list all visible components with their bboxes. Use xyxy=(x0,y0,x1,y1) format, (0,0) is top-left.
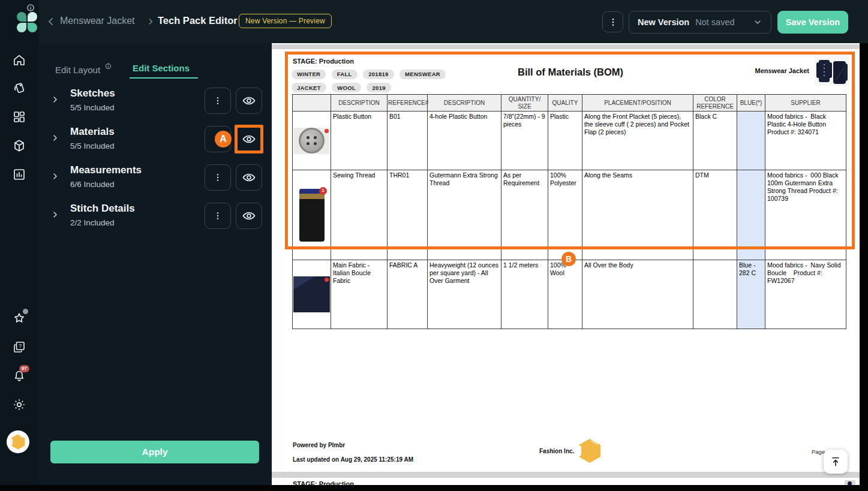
cell-color-reference: DTM xyxy=(693,170,737,260)
cell-quantity: As per Requirement xyxy=(501,170,548,260)
app-window: STAGE: Production WINTER FALL 201819 MEN… xyxy=(0,0,868,491)
breadcrumb-parent[interactable]: Menswear Jacket xyxy=(60,16,135,26)
preview-badge: New Version — Preview xyxy=(239,14,332,28)
section-title[interactable]: Stitch Details xyxy=(70,203,135,215)
expand-chevron-icon[interactable] xyxy=(50,210,60,219)
col-header-description: DESCRIPTION xyxy=(331,95,388,112)
tab-edit-sections[interactable]: Edit Sections xyxy=(133,63,190,73)
section-visibility-button[interactable] xyxy=(236,126,262,152)
tag: JACKET xyxy=(292,83,326,92)
favorites-dot-badge xyxy=(23,309,28,314)
tag: WINTER xyxy=(292,70,326,79)
col-header-photo xyxy=(293,95,331,112)
cell-reference: B01 xyxy=(388,112,428,170)
notification-count-badge: 87 xyxy=(19,365,29,372)
section-visibility-button[interactable] xyxy=(236,88,262,114)
col-header-blue: BLUE(*) xyxy=(737,95,765,112)
section-visibility-button[interactable] xyxy=(236,203,262,229)
cell-supplier: Mood fabrics - Black Plastic 4-Hole Butt… xyxy=(765,112,846,170)
cell-color-reference xyxy=(693,260,737,329)
eye-icon xyxy=(242,132,256,146)
bom-header-row: DESCRIPTION REFERENCE# DESCRIPTION QUANT… xyxy=(293,95,846,112)
cell-reference: THR01 xyxy=(388,170,428,260)
nav-designs-icon[interactable] xyxy=(11,80,27,96)
powered-by-text: Powered by Plmbr xyxy=(293,442,345,448)
thread-spool-photo: 1 xyxy=(293,170,331,260)
cell-description2: Heavyweight (12 ounces per square yard) … xyxy=(428,260,501,329)
nav-modules-icon[interactable] xyxy=(11,109,27,125)
company-footer: Fashion Inc. xyxy=(539,438,602,464)
col-header-quality: QUALITY xyxy=(548,95,582,112)
nav-help-icon[interactable]: ? xyxy=(11,339,27,355)
nav-favorites-icon[interactable] xyxy=(11,311,27,326)
section-title[interactable]: Measurements xyxy=(70,164,142,176)
version-name: New Version xyxy=(638,17,689,27)
section-menu-button[interactable] xyxy=(205,88,231,114)
version-selector-dropdown[interactable]: New Version Not saved xyxy=(629,11,771,34)
version-status: Not saved xyxy=(695,17,734,27)
eye-icon xyxy=(242,170,256,185)
tag: WOOL xyxy=(332,83,361,92)
section-visibility-button[interactable] xyxy=(236,164,262,191)
section-row-sketches: Sketches 5/5 Included xyxy=(39,88,272,116)
page-gap xyxy=(272,472,860,478)
fashion-inc-avatar-logo xyxy=(10,433,26,450)
col-header-reference: REFERENCE# xyxy=(388,95,428,112)
apply-button[interactable]: Apply xyxy=(50,441,259,463)
cell-quality: Plastic xyxy=(548,112,582,170)
more-options-button[interactable] xyxy=(602,11,623,32)
cell-placement: All Over the Body xyxy=(582,260,693,329)
tag: 2019 xyxy=(367,83,391,92)
app-logo[interactable] xyxy=(17,12,37,32)
nav-reports-icon[interactable] xyxy=(11,167,27,182)
bom-row-main-fabric: Main Fabric - Italian Boucle Fabric FABR… xyxy=(293,260,846,329)
cell-blue xyxy=(737,112,765,170)
stage-label: STAGE: Production xyxy=(293,58,354,65)
info-icon xyxy=(26,4,35,12)
nav-notifications-icon[interactable]: 87 xyxy=(11,368,27,384)
expand-chevron-icon[interactable] xyxy=(50,133,60,143)
last-updated-text: Last updated on Aug 29, 2025 11:25:19 AM xyxy=(293,456,413,463)
scroll-edge-strip xyxy=(272,44,860,49)
section-title[interactable]: Materials xyxy=(70,126,115,138)
kebab-menu-icon xyxy=(608,17,618,27)
cell-description2: Gutermann Extra Strong Thread xyxy=(428,170,501,260)
kebab-menu-icon xyxy=(213,210,223,221)
document-title: Bill of Materials (BOM) xyxy=(465,67,676,78)
section-title[interactable]: Sketches xyxy=(70,88,115,100)
kebab-menu-icon xyxy=(213,95,223,106)
cell-quality: 100% Polyester xyxy=(548,170,582,260)
expand-chevron-icon[interactable] xyxy=(50,171,60,181)
plastic-button-photo xyxy=(293,112,331,170)
section-menu-button[interactable] xyxy=(205,164,231,191)
section-menu-button[interactable] xyxy=(205,203,231,229)
nav-home-icon[interactable] xyxy=(11,52,27,68)
product-name: Menswear Jacket xyxy=(755,67,810,74)
cell-quality: 100% Wool xyxy=(548,260,582,329)
save-version-button[interactable]: Save Version xyxy=(777,11,848,34)
eye-icon xyxy=(242,94,256,108)
edit-panel: Edit Layout Edit Sections Sketches 5/5 I… xyxy=(39,43,272,491)
cell-blue: Blue - 282 C xyxy=(737,260,765,329)
section-row-materials: Materials 5/5 Included xyxy=(39,126,272,155)
workspace-avatar[interactable] xyxy=(7,430,29,453)
col-header-placement: PLACEMENT/POSITION xyxy=(582,95,693,112)
cell-blue xyxy=(737,170,765,260)
navy-fabric-photo xyxy=(293,260,331,329)
nav-products-icon[interactable] xyxy=(11,138,27,153)
pin-dot-icon xyxy=(325,129,329,133)
tab-edit-layout[interactable]: Edit Layout xyxy=(55,63,112,76)
scroll-to-top-button[interactable] xyxy=(824,450,848,474)
section-subtitle: 2/2 Included xyxy=(70,218,115,227)
product-header: Menswear Jacket xyxy=(755,56,849,86)
cell-quantity: 7/8"(22mm) - 9 pieces xyxy=(501,112,548,170)
bom-table: DESCRIPTION REFERENCE# DESCRIPTION QUANT… xyxy=(292,94,846,329)
col-header-color-reference: COLOR REFERENCE xyxy=(693,95,737,112)
kebab-menu-icon xyxy=(213,172,223,183)
back-button[interactable] xyxy=(46,16,56,29)
fashion-inc-logo xyxy=(578,438,602,464)
expand-chevron-icon[interactable] xyxy=(50,95,60,104)
col-header-description2: DESCRIPTION xyxy=(428,95,501,112)
nav-settings-icon[interactable] xyxy=(11,397,27,412)
section-row-measurements: Measurements 6/6 Included xyxy=(39,164,272,193)
